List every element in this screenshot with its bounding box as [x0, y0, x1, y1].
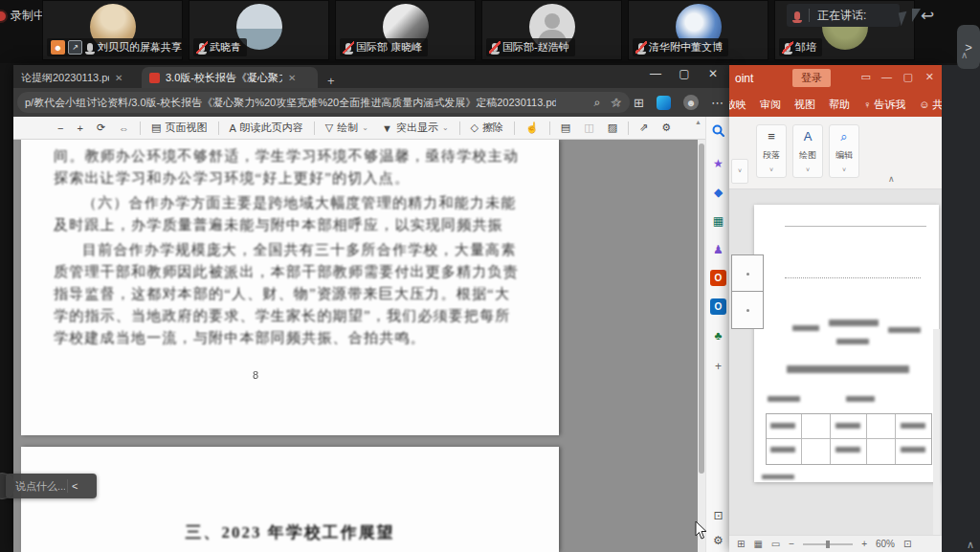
page-view-button[interactable]: ▤页面视图 [151, 121, 207, 135]
tab-share[interactable]: ☺ 共享 [919, 98, 942, 112]
participants-scroll-button[interactable]: > [957, 25, 980, 69]
sign-in-button[interactable]: 登录 [792, 69, 831, 87]
chat-collapse-button[interactable]: < [72, 480, 78, 492]
tab-view[interactable]: 视图 [794, 98, 815, 112]
zoom-in-button[interactable]: + [77, 122, 82, 134]
edge-discover-icon[interactable] [657, 96, 671, 110]
person-icon: ☺ [919, 99, 929, 110]
zoom-out-icon[interactable]: − [789, 539, 794, 549]
pdf-page-2: 三、2023 年学校工作展望 [21, 447, 559, 552]
participant-tile[interactable]: 清华附中董文博 [628, 0, 768, 60]
maximize-button[interactable]: ▢ [670, 67, 699, 80]
tab-background[interactable]: 论提纲20230113.pdf ✕ [13, 67, 142, 88]
draw-button[interactable]: ▽绘制⌄ [325, 121, 368, 135]
fit-slide-icon[interactable]: ⊡ [903, 539, 911, 549]
strip-collapse-icon[interactable]: ∧ [961, 50, 968, 60]
sidebar-tree-icon[interactable]: ♣ [710, 327, 726, 343]
tab-review[interactable]: 审阅 [760, 98, 781, 112]
browser-menu-icon[interactable]: ⋯ [711, 96, 724, 110]
doc-heading-line: （六）合作办学方面主要是跨地域大幅度管理的精力和能力未能 [54, 192, 538, 214]
zoom-slider[interactable] [803, 543, 853, 545]
close-tab-icon[interactable]: ✕ [115, 73, 122, 83]
zoom-slider-knob[interactable] [826, 541, 830, 548]
save-as-icon[interactable]: ▨ [608, 121, 617, 134]
tab-slideshow[interactable]: 放映 [729, 98, 746, 112]
sidebar-shopping-icon[interactable]: ◆ [710, 184, 726, 200]
highlight-button[interactable]: ▼突出显示⌄ [382, 121, 449, 135]
ppt-scrollbar[interactable] [933, 329, 940, 552]
slide-blur-text [762, 475, 794, 479]
divider [67, 479, 68, 493]
editing-icon: ⌕ [840, 129, 847, 144]
corner-collapse-icon[interactable]: ∧ [967, 539, 974, 551]
address-bar[interactable]: p/教代会小组讨论资料/3.0版-校长报告《凝心聚力%20攻坚克难%20全面推进… [17, 92, 630, 113]
zoom-in-icon[interactable]: + [861, 539, 867, 549]
close-button[interactable]: ✕ [699, 67, 727, 80]
new-tab-button[interactable]: + [327, 74, 335, 88]
normal-view-icon[interactable]: ⊞ [737, 539, 745, 549]
sidebar-toggle-icon[interactable]: ⊡ [710, 507, 726, 523]
sidebar-outlook-icon[interactable]: O [710, 298, 726, 315]
ribbon-cut-group[interactable]: ˅ [731, 159, 748, 184]
tab-tellme[interactable]: ♀ 告诉我 [863, 98, 905, 112]
ribbon-collapse-icon[interactable]: ∧ [888, 174, 895, 184]
ppt-slide [754, 205, 939, 482]
participant-name: 国际部-赵浩钟 [502, 40, 569, 55]
speaking-label: 正在讲话: [817, 8, 866, 24]
sidebar-tools-icon[interactable]: ▦ [710, 212, 726, 229]
pdf-viewport[interactable]: 间。教师办公环境不够舒适，学生学习环境不够温馨，亟待学校主动 探索出让学习和办公… [13, 140, 705, 552]
drawing-group-button[interactable]: A 绘图 ˅ [792, 124, 823, 178]
minimize-button[interactable]: — [641, 67, 670, 80]
profile-avatar[interactable]: ☻ [683, 95, 699, 110]
ppt-ribbon: ˅ ≡ 段落 ˅ A 绘图 ˅ ⌕ 编辑 ˅ ∧ [729, 117, 942, 189]
tab-help[interactable]: 帮助 [829, 98, 850, 112]
pdf-scrollbar-thumb[interactable] [699, 144, 704, 474]
slide-blur-text [836, 339, 869, 344]
ppt-slide-area[interactable] [729, 189, 942, 552]
favorites-icon[interactable]: ☆ [610, 96, 621, 110]
participant-tile[interactable]: 国际部-赵浩钟 [481, 0, 622, 60]
fullscreen-icon[interactable]: ⇗ [639, 121, 648, 134]
ppt-minimize-button[interactable]: — [881, 71, 892, 82]
participant-tile[interactable]: 国际部 康晓峰 [335, 0, 476, 60]
reading-view-icon[interactable]: ▭ [771, 539, 780, 549]
rotate-button[interactable]: ⟳ [97, 121, 105, 134]
sidebar-add-icon[interactable]: + [710, 358, 726, 374]
host-icon: ☻ [51, 40, 65, 55]
ribbon-options-icon[interactable]: ▭ [861, 71, 871, 83]
zoom-page-icon[interactable]: ⌕ [594, 96, 601, 109]
participant-tile[interactable]: ☻ ↗ 刘贝贝的屏幕共享 [42, 0, 183, 60]
participant-strip: 录制中 ☻ ↗ 刘贝贝的屏幕共享 武晓青 国际部 康晓峰 [0, 0, 980, 63]
undo-arrow-icon[interactable]: ↩ [921, 6, 934, 26]
sidebar-games-icon[interactable]: ♟ [710, 241, 726, 257]
pdf-scrollbar[interactable] [698, 140, 705, 552]
pdf-settings-icon[interactable]: ⚙ [661, 121, 671, 134]
zoom-level[interactable]: 60% [876, 539, 895, 549]
editing-group-button[interactable]: ⌕ 编辑 ˅ [829, 124, 859, 178]
fit-width-button[interactable]: ⇔ [119, 122, 129, 134]
print-icon[interactable]: ▤ [561, 121, 570, 134]
mic-muted-icon [785, 43, 791, 52]
sidebar-search-icon[interactable] [710, 122, 726, 139]
ppt-title-text: oint [735, 72, 753, 85]
read-aloud-button[interactable]: A朗读此页内容 [230, 121, 303, 135]
erase-button[interactable]: ◇擦除 [471, 121, 503, 135]
slide-table [766, 413, 932, 465]
slide-sorter-icon[interactable]: ▦ [753, 539, 762, 549]
participant-name: 邹培 [795, 40, 816, 55]
chat-input[interactable]: 说点什么... < [6, 474, 97, 498]
tab-active[interactable]: 3.0版-校长报告《凝心聚力 攻坚 ✕ [142, 67, 318, 88]
sidebar-discover-icon[interactable]: ★ [710, 155, 726, 171]
close-tab-icon[interactable]: ✕ [288, 73, 296, 83]
ppt-maximize-button[interactable]: ▢ [903, 71, 913, 83]
participant-tile[interactable]: 武晓青 [189, 0, 329, 60]
scroll-up-nub-icon[interactable]: ▲ [695, 119, 702, 125]
ppt-close-button[interactable]: ✕ [925, 71, 934, 83]
sidebar-settings-icon[interactable]: ⚙ [710, 532, 726, 548]
screen: 录制中 ☻ ↗ 刘贝贝的屏幕共享 武晓青 国际部 康晓峰 [0, 0, 980, 552]
collections-icon[interactable]: ⊞ [634, 96, 644, 110]
paragraph-group-button[interactable]: ≡ 段落 ˅ [756, 124, 787, 178]
sidebar-office-icon[interactable]: O [710, 270, 726, 286]
doc-line: 指导监督，这都对本部的“人、财、物”资源带来巨大压力。根据“大 [54, 283, 509, 305]
zoom-out-button[interactable]: − [57, 122, 63, 134]
